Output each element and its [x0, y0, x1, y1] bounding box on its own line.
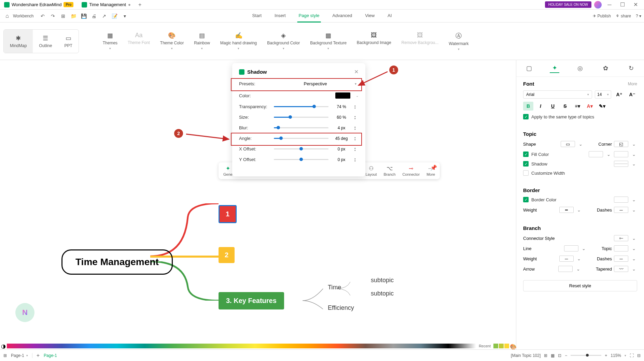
chevron-down-icon[interactable]: ▾	[625, 354, 626, 357]
size-input[interactable]	[332, 115, 351, 120]
more-dd[interactable]: ▾	[120, 12, 129, 20]
chevron-down-icon[interactable]: ⌄	[577, 142, 584, 147]
tab-start[interactable]: Start	[251, 10, 263, 23]
zoom-slider[interactable]	[571, 355, 601, 356]
yoffset-slider[interactable]	[274, 159, 328, 160]
panel-tab-history[interactable]: ↻	[627, 63, 636, 73]
chevron-down-icon[interactable]: ⌄	[630, 207, 637, 213]
subtopic-time[interactable]: Time	[328, 284, 341, 291]
bg-image-button[interactable]: 🖼Background Image	[357, 32, 391, 51]
ppt-mode[interactable]: ▭ PPT	[58, 30, 78, 53]
tab-insert[interactable]: Insert	[273, 10, 287, 23]
magic-hand-button[interactable]: ✍Magic hand drawing▾	[220, 32, 257, 51]
main-topic-2[interactable]: 2	[219, 247, 235, 263]
panel-tab-tag[interactable]: ◎	[575, 63, 585, 73]
user-avatar[interactable]	[594, 1, 602, 9]
border-color-swatch[interactable]	[614, 197, 628, 203]
watermark-button[interactable]: ⒶWatermark▾	[449, 32, 468, 51]
mindmap-mode[interactable]: ✱ MindMap	[4, 30, 33, 53]
angle-input[interactable]	[332, 136, 351, 141]
tapered-select[interactable]: 〰	[614, 266, 628, 272]
share-button[interactable]: ⚘ share	[616, 14, 631, 18]
connector-style-select[interactable]: ⟜	[614, 235, 628, 241]
chevron-down-icon[interactable]: ⌄	[630, 161, 637, 167]
main-topic-3[interactable]: 3. Key Features	[219, 292, 284, 309]
shadow-checkbox[interactable]: ✓	[523, 161, 529, 167]
chevron-down-icon[interactable]: ⌄	[630, 142, 637, 147]
shadow-swatch[interactable]	[614, 161, 628, 167]
presets-dropdown[interactable]: Perspective ▾	[274, 81, 359, 87]
blur-slider[interactable]	[274, 127, 328, 128]
font-more-link[interactable]: More	[628, 82, 637, 86]
fill-checkbox[interactable]: ✓	[523, 151, 529, 157]
zoom-in-button[interactable]: +	[605, 353, 607, 358]
maximize-button[interactable]: ☐	[617, 1, 628, 8]
xoffset-spinner[interactable]: ▴▾	[354, 147, 359, 151]
save-button[interactable]: 💾	[79, 12, 88, 20]
chevron-down-icon[interactable]: ⌄	[356, 94, 359, 98]
panel-tab-icon[interactable]: ✿	[601, 63, 611, 73]
open-folder-button[interactable]: 📁	[69, 12, 78, 20]
apply-same-checkbox[interactable]: ✓ Apply to the same type of topics	[523, 114, 637, 119]
blur-input[interactable]	[332, 126, 351, 130]
palette-toggle-icon[interactable]: ◑	[0, 343, 7, 349]
color-palette-bar[interactable]: ◑ Recent 🎨	[0, 343, 516, 349]
chevron-down-icon[interactable]: ⌄	[576, 207, 583, 213]
xoffset-input[interactable]	[332, 147, 351, 151]
chevron-down-icon[interactable]: ⌄	[580, 246, 587, 251]
color-picker-button[interactable]: 🎨	[510, 344, 515, 348]
corner-select[interactable]: ◱	[614, 141, 628, 147]
print-button[interactable]: 🖨	[89, 12, 98, 20]
width-checkbox[interactable]	[523, 170, 529, 176]
highlight-button[interactable]: ✎▾	[597, 102, 607, 111]
layout-2-icon[interactable]: ▦	[551, 353, 555, 358]
angle-spinner[interactable]: ▴▾	[354, 136, 359, 141]
font-decrease-button[interactable]: A⁻	[627, 90, 637, 99]
app-tab[interactable]: Wondershare EdrawMind Pro	[0, 1, 78, 9]
align-button[interactable]: ≡▾	[572, 102, 583, 111]
add-page-button[interactable]: +	[37, 352, 40, 359]
font-size-select[interactable]: 14▾	[595, 90, 611, 99]
branch-weight-select[interactable]: ─	[559, 256, 574, 262]
new-tab-button[interactable]: +	[135, 2, 145, 8]
topic-color-swatch[interactable]	[614, 245, 628, 251]
central-topic[interactable]: Time Management	[61, 249, 173, 275]
float-branch[interactable]: ⌥Branch	[384, 165, 396, 176]
workbench-label[interactable]: Workbench	[13, 14, 33, 18]
import-button[interactable]: 📝	[110, 12, 119, 20]
reset-style-button[interactable]: Reset style	[523, 280, 637, 291]
border-weight-select[interactable]: ━	[559, 207, 574, 213]
panel-tab-style[interactable]: ✦	[550, 63, 559, 73]
publish-button[interactable]: ✈ Publish	[593, 14, 611, 18]
home-icon[interactable]	[3, 12, 12, 20]
underline-button[interactable]: U	[548, 102, 558, 111]
panel-collapse-button[interactable]: ›	[516, 62, 516, 74]
layout-3-icon[interactable]: ⊡	[558, 353, 561, 358]
bg-texture-button[interactable]: ▩Background Texture▾	[310, 32, 347, 51]
tab-advanced[interactable]: Advanced	[331, 10, 353, 23]
shape-select[interactable]: ▭	[561, 141, 575, 147]
chevron-down-icon[interactable]: ⌄	[630, 266, 637, 272]
transparency-spinner[interactable]: ▴▾	[354, 104, 359, 109]
float-layout[interactable]: ⚇Layout	[365, 165, 377, 176]
recent-color-2[interactable]	[499, 344, 504, 348]
themes-button[interactable]: ▦Themes▾	[103, 32, 117, 51]
float-connector[interactable]: ⊸Connector	[402, 165, 420, 176]
line-color-swatch[interactable]	[564, 245, 578, 251]
subtopic-1[interactable]: subtopic	[371, 277, 394, 284]
color-strip[interactable]	[7, 344, 476, 348]
float-gene[interactable]: ✦Gene	[223, 165, 233, 176]
font-family-select[interactable]: Arial▾	[523, 90, 592, 99]
chevron-down-icon[interactable]: ⌄	[576, 256, 583, 261]
export-button[interactable]: ↗	[100, 12, 109, 20]
chevron-down-icon[interactable]: ⌄	[630, 236, 637, 241]
ai-assistant-button[interactable]: N	[15, 303, 34, 322]
pages-icon[interactable]: ⊞	[3, 353, 7, 358]
page-tab-1[interactable]: Page-1	[44, 353, 57, 358]
pin-icon[interactable]: 📌	[430, 164, 437, 171]
size-spinner[interactable]: ▴▾	[354, 115, 359, 120]
transparency-slider[interactable]	[274, 106, 328, 107]
recent-color-1[interactable]	[493, 344, 498, 348]
recent-color-3[interactable]	[504, 344, 509, 348]
chevron-down-icon[interactable]: ⌄	[630, 256, 637, 261]
